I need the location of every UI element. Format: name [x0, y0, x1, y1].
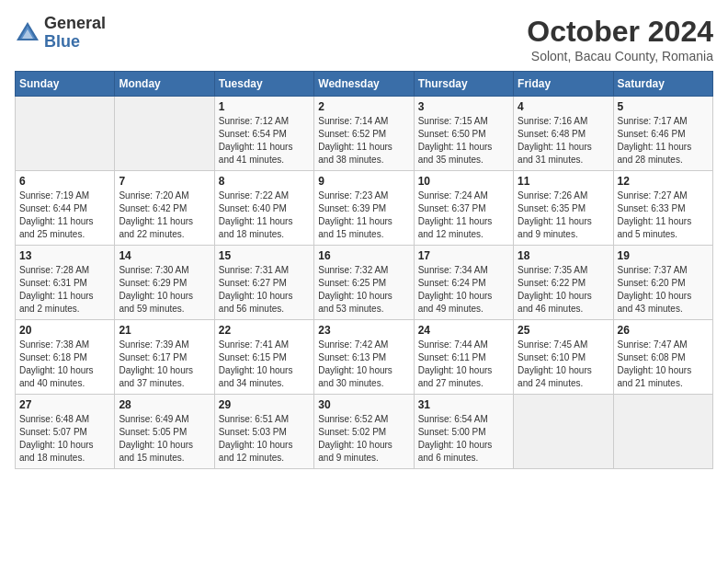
weekday-row: SundayMondayTuesdayWednesdayThursdayFrid… [16, 72, 713, 97]
day-number: 30 [318, 398, 409, 411]
calendar-day-cell: 27Sunrise: 6:48 AM Sunset: 5:07 PM Dayli… [16, 395, 115, 469]
calendar-day-cell: 20Sunrise: 7:38 AM Sunset: 6:18 PM Dayli… [16, 320, 115, 395]
calendar-day-cell: 13Sunrise: 7:28 AM Sunset: 6:31 PM Dayli… [16, 246, 115, 320]
day-number: 13 [19, 249, 110, 262]
calendar-week-row: 27Sunrise: 6:48 AM Sunset: 5:07 PM Dayli… [16, 395, 713, 469]
day-number: 20 [19, 324, 110, 337]
calendar-body: 1Sunrise: 7:12 AM Sunset: 6:54 PM Daylig… [16, 97, 713, 469]
day-info: Sunrise: 7:27 AM Sunset: 6:33 PM Dayligh… [618, 190, 709, 241]
day-number: 11 [518, 175, 609, 188]
day-info: Sunrise: 6:54 AM Sunset: 5:00 PM Dayligh… [418, 413, 509, 465]
calendar-day-cell: 11Sunrise: 7:26 AM Sunset: 6:35 PM Dayli… [514, 171, 613, 246]
month-title: October 2024 [527, 15, 713, 49]
logo-text: General Blue [44, 15, 106, 52]
day-info: Sunrise: 7:35 AM Sunset: 6:22 PM Dayligh… [518, 264, 609, 316]
day-info: Sunrise: 7:14 AM Sunset: 6:52 PM Dayligh… [318, 115, 409, 167]
day-info: Sunrise: 7:44 AM Sunset: 6:11 PM Dayligh… [418, 339, 509, 390]
calendar-day-cell: 10Sunrise: 7:24 AM Sunset: 6:37 PM Dayli… [414, 171, 513, 246]
day-number: 2 [318, 100, 409, 113]
calendar-day-cell: 23Sunrise: 7:42 AM Sunset: 6:13 PM Dayli… [314, 320, 414, 395]
calendar-week-row: 6Sunrise: 7:19 AM Sunset: 6:44 PM Daylig… [16, 171, 713, 246]
calendar-day-cell: 16Sunrise: 7:32 AM Sunset: 6:25 PM Dayli… [314, 246, 414, 320]
weekday-header: Monday [115, 72, 214, 97]
calendar-day-cell [613, 395, 712, 469]
day-info: Sunrise: 7:32 AM Sunset: 6:25 PM Dayligh… [318, 264, 409, 316]
day-info: Sunrise: 7:38 AM Sunset: 6:18 PM Dayligh… [19, 339, 110, 390]
weekday-header: Saturday [613, 72, 712, 97]
calendar-day-cell: 4Sunrise: 7:16 AM Sunset: 6:48 PM Daylig… [514, 97, 613, 171]
day-number: 8 [219, 175, 310, 188]
day-info: Sunrise: 6:48 AM Sunset: 5:07 PM Dayligh… [19, 413, 110, 465]
logo-general: General [44, 15, 106, 33]
calendar-day-cell: 6Sunrise: 7:19 AM Sunset: 6:44 PM Daylig… [16, 171, 115, 246]
day-number: 28 [119, 398, 210, 411]
day-info: Sunrise: 7:15 AM Sunset: 6:50 PM Dayligh… [418, 115, 509, 167]
day-number: 23 [318, 324, 409, 337]
day-info: Sunrise: 7:42 AM Sunset: 6:13 PM Dayligh… [318, 339, 409, 390]
calendar-week-row: 13Sunrise: 7:28 AM Sunset: 6:31 PM Dayli… [16, 246, 713, 320]
calendar-day-cell: 21Sunrise: 7:39 AM Sunset: 6:17 PM Dayli… [115, 320, 214, 395]
calendar-day-cell: 3Sunrise: 7:15 AM Sunset: 6:50 PM Daylig… [414, 97, 513, 171]
calendar-day-cell: 8Sunrise: 7:22 AM Sunset: 6:40 PM Daylig… [214, 171, 313, 246]
day-info: Sunrise: 7:12 AM Sunset: 6:54 PM Dayligh… [219, 115, 310, 167]
calendar-day-cell: 17Sunrise: 7:34 AM Sunset: 6:24 PM Dayli… [414, 246, 513, 320]
day-number: 22 [219, 324, 310, 337]
page-header: General Blue October 2024 Solont, Bacau … [15, 15, 713, 63]
calendar-day-cell: 29Sunrise: 6:51 AM Sunset: 5:03 PM Dayli… [214, 395, 313, 469]
calendar-header: SundayMondayTuesdayWednesdayThursdayFrid… [16, 72, 713, 97]
day-info: Sunrise: 7:19 AM Sunset: 6:44 PM Dayligh… [19, 190, 110, 241]
day-number: 25 [518, 324, 609, 337]
day-number: 12 [618, 175, 709, 188]
calendar-day-cell: 31Sunrise: 6:54 AM Sunset: 5:00 PM Dayli… [414, 395, 513, 469]
day-number: 9 [318, 175, 409, 188]
day-number: 18 [518, 249, 609, 262]
calendar-day-cell: 28Sunrise: 6:49 AM Sunset: 5:05 PM Dayli… [115, 395, 214, 469]
day-info: Sunrise: 7:28 AM Sunset: 6:31 PM Dayligh… [19, 264, 110, 316]
logo-icon [15, 20, 40, 46]
day-number: 5 [618, 100, 709, 113]
location-subtitle: Solont, Bacau County, Romania [527, 49, 713, 63]
calendar-day-cell: 9Sunrise: 7:23 AM Sunset: 6:39 PM Daylig… [314, 171, 414, 246]
day-info: Sunrise: 7:24 AM Sunset: 6:37 PM Dayligh… [418, 190, 509, 241]
weekday-header: Tuesday [214, 72, 313, 97]
day-number: 6 [19, 175, 110, 188]
calendar-day-cell: 24Sunrise: 7:44 AM Sunset: 6:11 PM Dayli… [414, 320, 513, 395]
calendar-week-row: 1Sunrise: 7:12 AM Sunset: 6:54 PM Daylig… [16, 97, 713, 171]
calendar-day-cell: 15Sunrise: 7:31 AM Sunset: 6:27 PM Dayli… [214, 246, 313, 320]
calendar-day-cell: 25Sunrise: 7:45 AM Sunset: 6:10 PM Dayli… [514, 320, 613, 395]
weekday-header: Sunday [16, 72, 115, 97]
calendar-day-cell: 26Sunrise: 7:47 AM Sunset: 6:08 PM Dayli… [613, 320, 712, 395]
calendar-day-cell: 1Sunrise: 7:12 AM Sunset: 6:54 PM Daylig… [214, 97, 313, 171]
calendar-table: SundayMondayTuesdayWednesdayThursdayFrid… [15, 71, 713, 469]
day-number: 14 [119, 249, 210, 262]
day-number: 29 [219, 398, 310, 411]
day-info: Sunrise: 7:34 AM Sunset: 6:24 PM Dayligh… [418, 264, 509, 316]
day-info: Sunrise: 7:47 AM Sunset: 6:08 PM Dayligh… [618, 339, 709, 390]
day-info: Sunrise: 6:49 AM Sunset: 5:05 PM Dayligh… [119, 413, 210, 465]
day-number: 16 [318, 249, 409, 262]
day-number: 26 [618, 324, 709, 337]
calendar-day-cell: 5Sunrise: 7:17 AM Sunset: 6:46 PM Daylig… [613, 97, 712, 171]
title-block: October 2024 Solont, Bacau County, Roman… [527, 15, 713, 63]
weekday-header: Thursday [414, 72, 513, 97]
calendar-day-cell: 30Sunrise: 6:52 AM Sunset: 5:02 PM Dayli… [314, 395, 414, 469]
day-info: Sunrise: 7:17 AM Sunset: 6:46 PM Dayligh… [618, 115, 709, 167]
calendar-day-cell: 18Sunrise: 7:35 AM Sunset: 6:22 PM Dayli… [514, 246, 613, 320]
logo: General Blue [15, 15, 106, 52]
calendar-week-row: 20Sunrise: 7:38 AM Sunset: 6:18 PM Dayli… [16, 320, 713, 395]
calendar-day-cell [514, 395, 613, 469]
day-number: 15 [219, 249, 310, 262]
day-info: Sunrise: 7:37 AM Sunset: 6:20 PM Dayligh… [618, 264, 709, 316]
day-number: 17 [418, 249, 509, 262]
calendar-day-cell: 12Sunrise: 7:27 AM Sunset: 6:33 PM Dayli… [613, 171, 712, 246]
day-number: 3 [418, 100, 509, 113]
day-number: 27 [19, 398, 110, 411]
calendar-day-cell [115, 97, 214, 171]
calendar-day-cell [16, 97, 115, 171]
calendar-day-cell: 22Sunrise: 7:41 AM Sunset: 6:15 PM Dayli… [214, 320, 313, 395]
day-info: Sunrise: 7:22 AM Sunset: 6:40 PM Dayligh… [219, 190, 310, 241]
day-number: 31 [418, 398, 509, 411]
calendar-day-cell: 7Sunrise: 7:20 AM Sunset: 6:42 PM Daylig… [115, 171, 214, 246]
calendar-day-cell: 2Sunrise: 7:14 AM Sunset: 6:52 PM Daylig… [314, 97, 414, 171]
day-info: Sunrise: 7:30 AM Sunset: 6:29 PM Dayligh… [119, 264, 210, 316]
